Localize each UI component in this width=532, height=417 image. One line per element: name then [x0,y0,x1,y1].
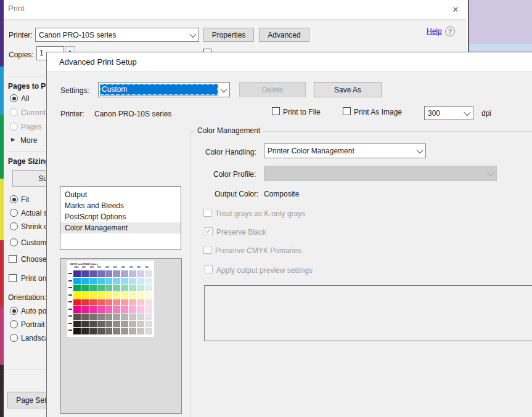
print-to-file-checkbox[interactable] [272,107,280,115]
section-item-marks-and-bleeds[interactable]: Marks and Bleeds [60,200,181,211]
help-icon[interactable]: ? [445,26,455,36]
swatch-cell [105,285,113,291]
swatch-cell [137,285,144,291]
swatch-cell [129,306,136,313]
radio-actual-size[interactable] [10,209,18,217]
printer-select[interactable]: Canon PRO-10S series [35,28,199,42]
side-panel-blue-strip [469,44,532,51]
color-profile-label: Color Profile: [213,170,256,179]
advanced-dialog-title: Advanced Print Setup [59,57,137,67]
print-both-sides-checkbox[interactable] [9,274,17,282]
swatch-cell [105,328,113,334]
print-to-file-label: Print to File [283,108,321,116]
copies-label: Copies: [9,51,34,59]
swatch-cell [137,321,144,328]
dpi-select[interactable]: 300 [424,106,473,120]
radio-landscape[interactable] [10,334,18,342]
swatch-cell [81,299,89,306]
swatch-row-label [68,287,72,288]
close-icon[interactable]: ✕ [449,2,462,16]
properties-button[interactable]: Properties [203,28,254,42]
swatch-cell [137,270,144,277]
swatch-cell [73,314,81,320]
swatch-cell [81,278,89,285]
swatch-cell [89,299,97,306]
side-panel [468,0,532,52]
swatch-row-label [68,280,72,281]
print-as-image-checkbox[interactable] [343,107,351,115]
swatch-cell [113,285,120,291]
swatch-cell [97,299,105,306]
radio-shrink[interactable] [10,222,18,230]
output-color-value: Composite [264,190,299,198]
swatch-row-label [68,294,72,296]
swatch-cell [121,306,128,313]
swatch-cell [113,306,120,313]
printer-select-value: Canon PRO-10S series [39,31,116,39]
orientation-heading: Orientation: [8,293,46,302]
swatch-cell [81,292,89,299]
advanced-button[interactable]: Advanced [259,28,309,42]
color-management-group-label: Color Management [194,126,263,135]
swatch-cell [89,321,97,328]
more-options-label[interactable]: More [20,136,37,145]
swatch-cell [89,314,97,320]
radio-current-page[interactable] [10,108,18,116]
swatch-cell [97,328,105,334]
swatch-cell [81,328,89,334]
swatch-cell [113,278,120,285]
swatch-cell [73,321,81,328]
swatch-cell [129,321,136,328]
radio-custom-scale[interactable] [10,238,18,246]
radio-fit[interactable] [10,195,18,203]
color-handling-select[interactable]: Printer Color Management [264,144,426,158]
swatch-cell [145,328,152,334]
section-item-postscript-options[interactable]: PostScript Options [60,211,181,222]
swatch-row-label [68,309,72,310]
swatch-cell [145,314,152,320]
chevron-down-icon [462,107,473,119]
swatch-cell [137,299,144,306]
swatch-column-label: 90% [82,266,86,268]
save-as-button[interactable]: Save As [314,82,382,97]
chevron-down-icon [414,144,425,158]
chevron-down-icon [187,28,198,41]
radio-auto-orientation[interactable] [10,307,18,315]
swatch-cell [121,278,128,285]
swatch-cell [137,314,144,320]
choose-paper-source-checkbox[interactable] [9,255,17,263]
swatch-row-label [68,315,72,317]
swatch-cell [97,321,105,328]
section-item-color-management[interactable]: Color Management [60,222,181,233]
swatch-cell [145,270,152,277]
color-profile-select [264,166,497,181]
radio-all[interactable] [10,94,18,102]
swatch-column-label: 80% [90,266,94,268]
swatch-cell [113,270,120,277]
help-link[interactable]: Help [427,27,442,36]
swatch-cell [89,285,97,291]
swatch-cell [81,270,89,277]
swatch-cell [97,292,105,299]
swatch-row-label [68,301,72,302]
description-box [204,285,532,341]
swatch-cell [89,278,97,285]
preview-page: CMYK and RGB Colors 100%90%80%70%60%50%4… [67,261,154,337]
swatch-cell [105,299,113,306]
swatch-cell [73,270,81,277]
more-triangle-icon[interactable]: ▶ [11,137,15,142]
preserve-cmyk-checkbox [203,246,211,254]
swatch-cell [137,292,144,299]
swatch-cell [97,278,105,285]
delete-button[interactable]: Delete [239,82,306,97]
section-item-output[interactable]: Output [60,189,181,200]
radio-portrait[interactable] [10,320,18,328]
screen: Print ✕ Printer: Canon PRO-10S series Pr… [0,0,532,417]
swatch-row-label [68,273,72,274]
swatch-cell [129,285,136,291]
swatch-cell [145,299,152,306]
swatch-cell [73,306,81,313]
swatch-row-label [68,330,72,331]
settings-select[interactable]: Custom [98,82,230,97]
radio-pages[interactable] [10,123,18,131]
